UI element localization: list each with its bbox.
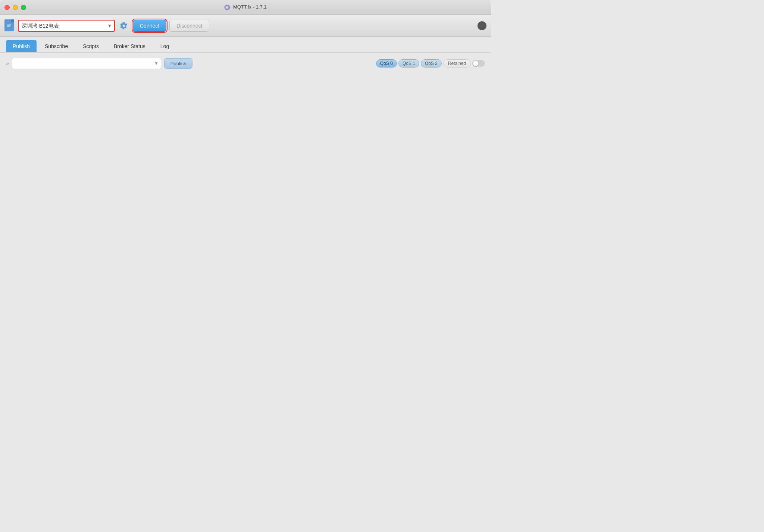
maximize-button[interactable]	[21, 5, 26, 10]
qos2-button[interactable]: QoS 2	[421, 59, 442, 68]
disconnect-button[interactable]: Disconnect	[169, 20, 209, 32]
publish-area: » ▼ Publish QoS 0 QoS 1 QoS 2 Retained	[0, 53, 491, 74]
svg-rect-3	[7, 25, 11, 26]
svg-rect-4	[7, 26, 10, 27]
main-content	[0, 74, 491, 330]
topic-input[interactable]	[15, 61, 154, 66]
window-controls	[4, 5, 26, 10]
svg-rect-2	[7, 24, 11, 25]
minimize-button[interactable]	[13, 5, 18, 10]
status-indicator	[478, 21, 486, 30]
settings-button[interactable]	[118, 20, 130, 32]
svg-point-1	[226, 6, 228, 9]
expand-icon[interactable]: »	[6, 60, 9, 66]
tab-subscribe[interactable]: Subscribe	[38, 40, 75, 52]
connect-button[interactable]: Connect	[133, 20, 166, 32]
qos1-button[interactable]: QoS 1	[398, 59, 419, 68]
retained-button[interactable]: Retained	[443, 59, 471, 68]
tab-bar: Publish Subscribe Scripts Broker Status …	[0, 37, 491, 53]
toggle-knob	[473, 61, 478, 66]
file-icon	[4, 19, 15, 32]
publish-button[interactable]: Publish	[164, 58, 193, 69]
qos-buttons-group: QoS 0 QoS 1 QoS 2 Retained	[376, 59, 485, 68]
topic-dropdown-arrow-icon[interactable]: ▼	[154, 61, 159, 66]
qos0-button[interactable]: QoS 0	[376, 59, 397, 68]
toolbar: 深圳湾-B12电表 ▼ Connect Disconnect	[0, 15, 491, 37]
tab-scripts[interactable]: Scripts	[76, 40, 106, 52]
tab-publish[interactable]: Publish	[6, 40, 37, 52]
title-bar: MQTT.fx - 1.7.1	[0, 0, 491, 15]
tab-broker-status[interactable]: Broker Status	[107, 40, 152, 52]
window-title: MQTT.fx - 1.7.1	[224, 4, 266, 10]
tab-log[interactable]: Log	[154, 40, 176, 52]
retained-toggle[interactable]	[472, 60, 485, 67]
topic-input-wrapper[interactable]: ▼	[12, 58, 161, 69]
close-button[interactable]	[4, 5, 10, 10]
connection-dropdown[interactable]: 深圳湾-B12电表	[22, 23, 111, 29]
connection-dropdown-wrapper[interactable]: 深圳湾-B12电表 ▼	[18, 20, 115, 32]
